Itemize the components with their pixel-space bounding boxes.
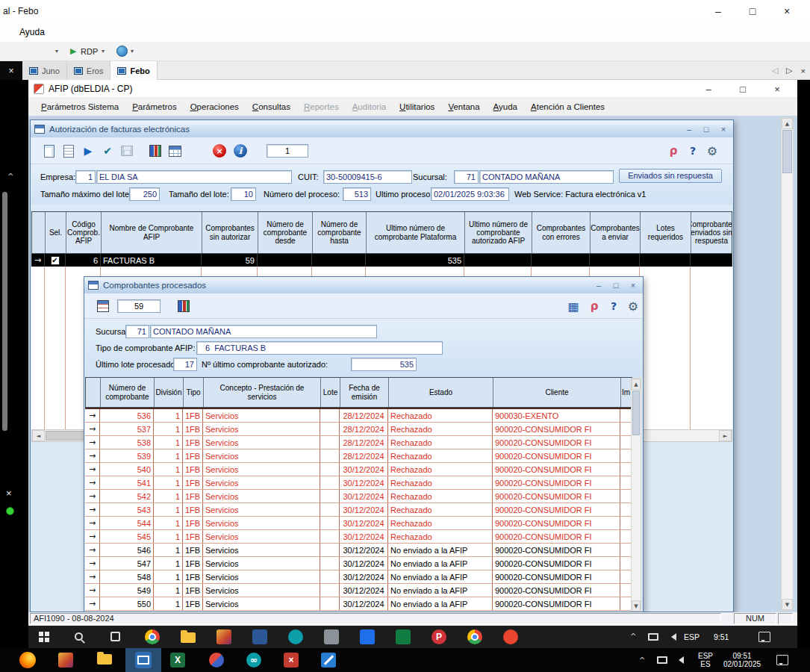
file-explorer-icon[interactable] <box>97 654 112 665</box>
tab-eros[interactable]: Eros <box>67 61 111 80</box>
cuit-field[interactable]: 30-50009415-6 <box>323 170 412 184</box>
column-header[interactable]: Ultimo número de comprobante autorizado … <box>465 212 532 253</box>
tab-febo[interactable]: Febo <box>110 61 157 80</box>
start-button-icon[interactable] <box>39 632 49 642</box>
rdp-dropdown-caret-icon[interactable]: ▾ <box>102 42 105 61</box>
table-row[interactable]: → 545 1 1FB Servicios 30/12/2024 Rechaza… <box>85 530 632 544</box>
proceso-field[interactable]: 513 <box>343 187 371 201</box>
panel-close-icon[interactable]: × <box>0 61 22 80</box>
network-icon[interactable] <box>648 633 658 641</box>
column-header[interactable]: Cliente <box>493 378 621 407</box>
ultimo-proceso-field[interactable]: 02/01/2025 9:03:36 <box>431 187 509 201</box>
run-process-icon[interactable] <box>80 143 96 159</box>
scroll-up-icon[interactable]: ^ <box>7 172 13 181</box>
app-icon[interactable] <box>216 629 231 644</box>
host-clock[interactable]: 09:51 02/01/2025 <box>718 652 766 668</box>
chrome-icon[interactable] <box>467 629 482 644</box>
sucursal-name-field[interactable]: CONTADO MAÑANA <box>150 325 377 338</box>
search-icon[interactable] <box>75 632 83 641</box>
tamano-max-field[interactable]: 250 <box>129 187 160 201</box>
workspace-vertical-scrollbar[interactable]: ▲ ▼ <box>781 117 794 611</box>
speaker-icon[interactable] <box>675 656 684 664</box>
scroll-right-icon[interactable]: ► <box>719 430 732 441</box>
column-header[interactable]: Número de comprobante desde <box>258 212 313 253</box>
menu-operaciones[interactable]: Operaciones <box>184 98 246 116</box>
table-row[interactable]: → 544 1 1FB Servicios 30/12/2024 Rechaza… <box>85 517 632 530</box>
dropdown-caret-icon[interactable]: ▾ <box>55 42 58 61</box>
host-language-indicator[interactable]: ESP ES <box>696 652 715 668</box>
action-center-icon[interactable] <box>776 655 788 665</box>
firefox-icon[interactable] <box>19 652 36 668</box>
menu-parametros[interactable]: Parámetros <box>125 98 183 116</box>
scroll-up-icon[interactable]: ▲ <box>632 379 641 390</box>
column-header[interactable]: Ultimo número de comprobante Plataforma <box>367 212 465 253</box>
table-view-icon[interactable] <box>565 298 582 314</box>
app-icon[interactable] <box>396 629 411 644</box>
table-row[interactable]: → 550 1 1FB Servicios 30/12/2024 No envi… <box>85 597 632 611</box>
auth-maximize-button[interactable]: □ <box>700 123 712 134</box>
column-header[interactable]: Sel. <box>46 212 66 253</box>
menu-ayuda[interactable]: Ayuda <box>19 22 45 42</box>
new-document-icon[interactable] <box>41 143 57 159</box>
table-row[interactable]: → 540 1 1FB Servicios 30/12/2024 Rechaza… <box>85 463 632 476</box>
table-row[interactable]: → 539 1 1FB Servicios 28/12/2024 Rechaza… <box>85 449 632 463</box>
sucursal-code-field[interactable]: 71 <box>454 170 479 184</box>
column-header[interactable]: Comprobantes con errores <box>532 212 591 253</box>
ultimo-autorizado-field[interactable]: 535 <box>351 358 417 371</box>
app-icon[interactable] <box>360 629 375 644</box>
column-header[interactable]: Comprobantes a enviar <box>591 212 641 253</box>
scroll-left-icon[interactable]: ◄ <box>32 430 45 441</box>
table-row[interactable]: → 543 1 1FB Servicios 30/12/2024 Rechaza… <box>85 503 632 517</box>
afip-maximize-button[interactable]: □ <box>726 80 760 98</box>
remote-language-indicator[interactable]: ESP <box>684 626 700 648</box>
excel-icon[interactable]: X <box>170 653 185 668</box>
app-icon[interactable] <box>58 653 73 668</box>
menu-parametros-sistema[interactable]: Parámetros Sistema <box>34 98 125 116</box>
afip-minimize-button[interactable]: – <box>691 80 726 98</box>
sucursal-code-field[interactable]: 71 <box>125 325 149 338</box>
menu-ventana[interactable]: Ventana <box>441 98 486 116</box>
selected-grid-row[interactable]: → ✔ 6 FACTURAS B 59 535 <box>31 254 732 267</box>
app-icon[interactable]: × <box>284 653 299 668</box>
tab-scroll-left-icon[interactable]: ◁ <box>772 66 778 75</box>
permissions-key-icon[interactable] <box>665 143 682 159</box>
app-icon[interactable] <box>288 629 303 644</box>
app-icon[interactable]: P <box>432 629 446 644</box>
action-center-icon[interactable] <box>758 632 770 642</box>
dock-scrollbar[interactable] <box>2 192 7 431</box>
proc-maximize-button[interactable]: □ <box>610 280 622 291</box>
cancel-icon[interactable]: × <box>211 143 228 159</box>
column-header[interactable]: Número de comprobante <box>101 378 155 407</box>
table-row[interactable]: → 549 1 1FB Servicios 30/12/2024 No envi… <box>85 584 632 597</box>
globe-dropdown-caret-icon[interactable]: ▾ <box>131 42 134 61</box>
process-counter-field[interactable]: 1 <box>267 144 308 158</box>
app-icon[interactable] <box>324 629 339 644</box>
scroll-down-icon[interactable]: ▼ <box>632 600 641 612</box>
speaker-icon[interactable] <box>667 633 676 641</box>
app-icon[interactable] <box>252 629 267 644</box>
app-icon[interactable] <box>321 653 336 668</box>
menu-ayuda[interactable]: Ayuda <box>487 98 524 116</box>
menu-consultas[interactable]: Consultas <box>246 98 297 116</box>
dock-close-icon[interactable]: × <box>6 488 12 499</box>
auth-close-button[interactable]: × <box>717 123 729 134</box>
column-header[interactable]: Im <box>621 378 632 407</box>
column-header[interactable]: Comprobantes enviados sin respuesta <box>691 212 732 253</box>
rdp-app-icon-active[interactable] <box>125 648 161 672</box>
menu-utilitarios[interactable]: Utilitarios <box>393 98 441 116</box>
tools-icon[interactable] <box>625 298 641 314</box>
close-button[interactable]: × <box>770 0 804 22</box>
column-header[interactable]: Fecha de emisión <box>340 378 389 407</box>
column-header[interactable]: Lotes requeridos <box>641 212 691 253</box>
column-header[interactable]: Tipo <box>184 378 204 407</box>
minimize-button[interactable]: – <box>701 0 735 22</box>
report-icon[interactable] <box>95 298 111 314</box>
task-view-icon[interactable] <box>110 632 120 641</box>
info-icon[interactable]: i <box>232 143 249 159</box>
table-row[interactable]: → 546 1 1FB Servicios 30/12/2024 No envi… <box>85 544 632 557</box>
scrollbar-thumb[interactable] <box>782 130 792 173</box>
tab-scroll-right-icon[interactable]: ▷ <box>786 66 792 75</box>
confirm-icon[interactable] <box>99 143 116 159</box>
ultimo-lote-field[interactable]: 17 <box>173 358 197 371</box>
remote-clock[interactable]: 9:51 <box>714 626 729 648</box>
